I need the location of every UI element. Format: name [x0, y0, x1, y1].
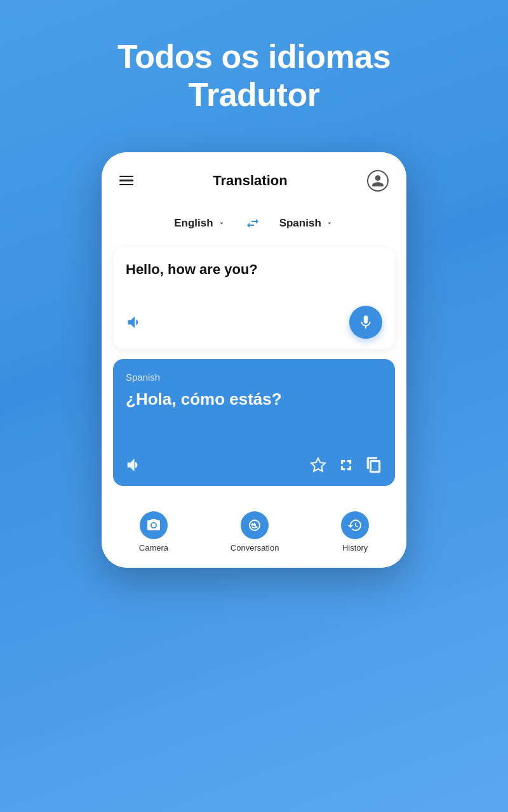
svg-marker-0	[311, 458, 325, 471]
history-label: History	[342, 543, 368, 553]
source-language-button[interactable]: English	[166, 212, 233, 235]
fullscreen-button[interactable]	[338, 457, 354, 476]
camera-icon	[140, 511, 168, 539]
favorite-button[interactable]	[310, 457, 326, 476]
source-language-label: English	[174, 217, 213, 230]
svg-point-1	[251, 523, 254, 526]
target-language-button[interactable]: Spanish	[272, 212, 342, 235]
result-text: ¿Hola, cómo estás?	[126, 389, 382, 410]
app-title: Todos os idiomas Tradutor	[117, 38, 391, 114]
language-selector: English Spanish	[102, 204, 406, 247]
camera-label: Camera	[139, 543, 168, 553]
result-lang-label: Spanish	[126, 372, 382, 383]
speak-input-button[interactable]	[126, 313, 144, 331]
nav-history[interactable]: History	[341, 511, 369, 553]
bottom-nav: Camera Conversation	[102, 499, 406, 568]
result-actions	[126, 457, 382, 476]
app-header: Translation	[102, 152, 406, 204]
phone-frame: Translation English Spanish	[102, 152, 406, 568]
result-actions-right	[310, 457, 382, 476]
history-icon	[341, 511, 369, 539]
profile-button[interactable]	[367, 170, 389, 192]
input-text: Hello, how are you?	[126, 260, 382, 280]
input-area: Hello, how are you?	[113, 247, 395, 349]
copy-button[interactable]	[366, 457, 382, 476]
menu-icon[interactable]	[119, 176, 133, 186]
input-actions	[126, 306, 382, 339]
conversation-label: Conversation	[231, 543, 279, 553]
target-language-label: Spanish	[279, 217, 321, 230]
conversation-icon	[241, 511, 269, 539]
microphone-button[interactable]	[349, 306, 382, 339]
translation-result: Spanish ¿Hola, cómo estás?	[113, 359, 395, 486]
nav-conversation[interactable]: Conversation	[231, 511, 279, 553]
svg-point-2	[253, 523, 256, 526]
swap-languages-button[interactable]	[241, 212, 264, 235]
nav-camera[interactable]: Camera	[139, 511, 168, 553]
header-title: Translation	[213, 173, 287, 189]
speak-translation-button[interactable]	[126, 457, 142, 476]
